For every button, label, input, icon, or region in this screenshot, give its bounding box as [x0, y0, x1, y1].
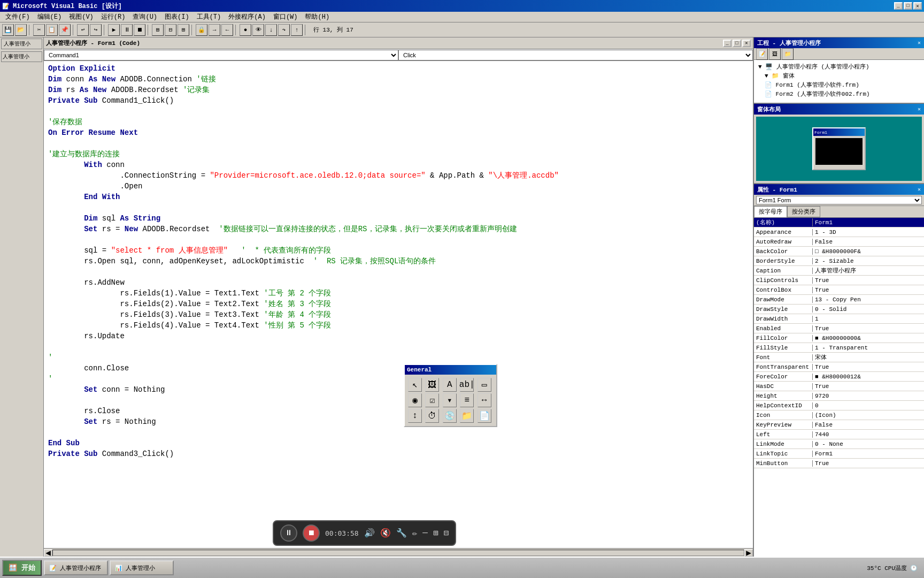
prop-row-caption[interactable]: Caption 人事管理小程序: [754, 266, 924, 276]
scroll-right-btn[interactable]: ▶: [744, 549, 753, 557]
tb-breakpoint-icon[interactable]: ●: [240, 24, 251, 36]
tb-grid-icon[interactable]: ⊞: [178, 24, 189, 36]
project-close-btn[interactable]: ✕: [918, 40, 921, 46]
prop-row-height[interactable]: Height 9720: [754, 391, 924, 401]
sidebar-tab-hr[interactable]: 人事管理小: [1, 51, 42, 62]
tree-root[interactable]: ▼ 🖥️ 人事管理小程序 (人事管理小程序): [756, 62, 922, 71]
prop-row-keypreview[interactable]: KeyPreview False: [754, 420, 924, 430]
tree-form1[interactable]: 📄 Form1 (人事管理小软件.frm): [756, 80, 922, 89]
tree-form2[interactable]: 📄 Form2 (人事管理小软件002.frm): [756, 89, 922, 98]
gp-drive-icon[interactable]: 💿: [443, 409, 457, 423]
tb-run-icon[interactable]: ▶: [108, 24, 120, 36]
gp-text-icon[interactable]: A: [443, 378, 457, 392]
object-dropdown[interactable]: Command1: [44, 50, 398, 60]
prop-row-fonttransparent[interactable]: FontTransparent True: [754, 362, 924, 372]
prop-row-name[interactable]: (名称) Form1: [754, 218, 924, 227]
prop-row-appearance[interactable]: Appearance 1 - 3D: [754, 227, 924, 237]
project-view-code[interactable]: 📝: [756, 48, 768, 60]
tb-lock-icon[interactable]: 🔒: [196, 24, 207, 36]
prop-row-drawmode[interactable]: DrawMode 13 - Copy Pen: [754, 295, 924, 305]
tb-step-icon[interactable]: ↓: [265, 24, 277, 36]
gp-combo-icon[interactable]: ▾: [443, 393, 457, 407]
gp-label-icon[interactable]: ab|: [460, 378, 474, 392]
tree-forms[interactable]: ▼ 📁 窗体: [756, 71, 922, 80]
horizontal-scrollbar[interactable]: ◀ ▶: [44, 548, 753, 557]
menu-run[interactable]: 运行(R): [98, 12, 129, 22]
props-tab-category[interactable]: 按分类序: [787, 206, 820, 217]
menu-view[interactable]: 视图(V): [66, 12, 97, 22]
start-button[interactable]: 🪟 开始: [2, 560, 42, 576]
media-volume-icon[interactable]: 🔊: [364, 528, 375, 538]
media-mute-icon[interactable]: 🔇: [380, 528, 391, 538]
tb-paste-icon[interactable]: 📌: [59, 24, 71, 36]
tb-menu1-icon[interactable]: ⊞: [152, 24, 164, 36]
gp-hscroll-icon[interactable]: ↔: [478, 393, 491, 407]
taskbar-item-hr[interactable]: 📊 人事管理小: [110, 560, 174, 575]
tb-outdent-icon[interactable]: ←: [221, 24, 233, 36]
prop-row-forecolor[interactable]: ForeColor ■ &H80000012&: [754, 372, 924, 382]
prop-row-fillcolor[interactable]: FillColor ■ &H00000000&: [754, 333, 924, 343]
prop-row-font[interactable]: Font 宋体: [754, 353, 924, 362]
prop-row-enabled[interactable]: Enabled True: [754, 324, 924, 333]
editor-maximize-btn[interactable]: □: [733, 40, 741, 47]
prop-row-drawwidth[interactable]: DrawWidth 1: [754, 314, 924, 324]
gp-radio-icon[interactable]: ◉: [408, 393, 422, 407]
gp-frame-icon[interactable]: ▭: [478, 378, 491, 392]
gp-file-icon[interactable]: 📄: [478, 409, 491, 423]
menu-chart[interactable]: 图表(I): [161, 12, 192, 22]
gp-timer-icon[interactable]: ⏱: [425, 409, 439, 423]
tb-stepout-icon[interactable]: ↑: [291, 24, 303, 36]
code-content[interactable]: Option Explicit Dim conn As New ADODB.Co…: [44, 61, 753, 548]
project-toggle[interactable]: 📁: [782, 48, 794, 60]
tb-stop-icon[interactable]: ⏹: [134, 24, 145, 36]
gp-check-icon[interactable]: ☑: [425, 393, 439, 407]
menu-tools[interactable]: 工具(T): [194, 12, 225, 22]
prop-row-drawstyle[interactable]: DrawStyle 0 - Solid: [754, 305, 924, 314]
menu-edit[interactable]: 编辑(E): [34, 12, 65, 22]
media-extra1-icon[interactable]: ⊞: [433, 528, 438, 538]
tb-watch-icon[interactable]: 👁: [252, 24, 264, 36]
media-stop-btn[interactable]: ⏹: [303, 524, 320, 542]
sidebar-tab-project[interactable]: 人事管理小: [1, 39, 42, 49]
props-tab-alpha[interactable]: 按字母序: [754, 206, 787, 217]
editor-minimize-btn[interactable]: _: [723, 40, 732, 47]
prop-row-minbutton[interactable]: MinButton True: [754, 459, 924, 468]
tb-cut-icon[interactable]: ✂: [33, 24, 45, 36]
prop-row-hasdc[interactable]: HasDC True: [754, 382, 924, 391]
media-settings-icon[interactable]: 🔧: [396, 528, 407, 538]
project-view-form[interactable]: 🖼: [769, 48, 781, 60]
menu-window[interactable]: 窗口(W): [270, 12, 301, 22]
media-minimize-icon[interactable]: —: [422, 528, 428, 538]
prop-row-controlbox[interactable]: ControlBox True: [754, 285, 924, 295]
props-object-select[interactable]: Form1 Form: [756, 196, 922, 204]
proc-dropdown[interactable]: Click: [398, 50, 753, 60]
minimize-button[interactable]: _: [894, 2, 903, 10]
tb-menu2-icon[interactable]: ⊟: [165, 24, 176, 36]
prop-row-clipcontrols[interactable]: ClipControls True: [754, 276, 924, 285]
tb-open-icon[interactable]: 📂: [15, 24, 27, 36]
menu-file[interactable]: 文件(F): [2, 12, 33, 22]
tb-undo-icon[interactable]: ↩: [77, 24, 89, 36]
prop-row-borderstyle[interactable]: BorderStyle 2 - Sizable: [754, 256, 924, 266]
tb-save-icon[interactable]: 💾: [2, 24, 14, 36]
tb-copy-icon[interactable]: 📋: [46, 24, 58, 36]
maximize-button[interactable]: □: [904, 2, 912, 10]
prop-row-helpcontextid[interactable]: HelpContextID 0: [754, 401, 924, 410]
prop-row-fillstyle[interactable]: FillStyle 1 - Transparent: [754, 343, 924, 353]
prop-row-linktopic[interactable]: LinkTopic Form1: [754, 449, 924, 459]
editor-close-btn[interactable]: ✕: [742, 40, 751, 47]
media-pen-icon[interactable]: ✏: [412, 528, 418, 538]
prop-row-autoredraw[interactable]: AutoRedraw False: [754, 237, 924, 247]
gp-dir-icon[interactable]: 📁: [460, 409, 474, 423]
gp-list-icon[interactable]: ≡: [460, 393, 474, 407]
gp-image-icon[interactable]: 🖼: [425, 378, 439, 392]
prop-row-linkmode[interactable]: LinkMode 0 - None: [754, 439, 924, 449]
menu-help[interactable]: 帮助(H): [302, 12, 333, 22]
prop-row-left[interactable]: Left 7440: [754, 430, 924, 439]
form-layout-close-btn[interactable]: ✕: [918, 106, 921, 112]
properties-close-btn[interactable]: ✕: [918, 186, 921, 193]
prop-row-icon[interactable]: Icon (Icon): [754, 410, 924, 420]
scroll-left-btn[interactable]: ◀: [44, 549, 52, 557]
taskbar-item-vb[interactable]: 📝 人事管理小程序: [44, 560, 108, 575]
gp-vscroll-icon[interactable]: ↕: [408, 409, 422, 423]
